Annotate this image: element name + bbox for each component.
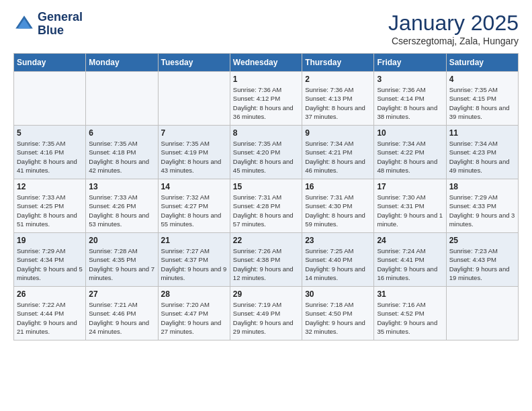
day-info: Sunrise: 7:36 AMSunset: 4:12 PMDaylight:… [233,85,299,121]
day-number: 30 [305,289,371,299]
title-block: January 2025 Cserszegtomaj, Zala, Hungar… [388,11,519,46]
day-number: 29 [233,289,299,299]
day-info: Sunrise: 7:20 AMSunset: 4:47 PMDaylight:… [161,300,227,336]
day-number: 3 [377,75,443,84]
day-number: 9 [305,128,371,138]
day-number: 4 [449,75,515,84]
day-number: 6 [89,128,154,138]
calendar-cell: 6Sunrise: 7:35 AMSunset: 4:18 PMDaylight… [86,126,158,179]
day-number: 8 [233,128,299,138]
day-info: Sunrise: 7:31 AMSunset: 4:30 PMDaylight:… [305,193,371,228]
day-info: Sunrise: 7:29 AMSunset: 4:33 PMDaylight:… [449,193,515,228]
logo-line2: Blue [38,24,83,38]
calendar-week-row: 26Sunrise: 7:22 AMSunset: 4:44 PMDayligh… [14,287,519,340]
calendar-cell: 19Sunrise: 7:29 AMSunset: 4:34 PMDayligh… [14,233,86,287]
day-number: 21 [161,236,227,245]
calendar-week-row: 5Sunrise: 7:35 AMSunset: 4:16 PMDaylight… [14,126,519,179]
day-number: 13 [89,182,154,191]
calendar-week-row: 19Sunrise: 7:29 AMSunset: 4:34 PMDayligh… [14,233,519,287]
page-header: General Blue January 2025 Cserszegtomaj,… [13,11,519,46]
day-info: Sunrise: 7:35 AMSunset: 4:20 PMDaylight:… [233,139,299,175]
day-info: Sunrise: 7:22 AMSunset: 4:44 PMDaylight:… [17,300,83,336]
day-number: 23 [305,236,371,245]
calendar-week-row: 12Sunrise: 7:33 AMSunset: 4:25 PMDayligh… [14,179,519,233]
header-wednesday: Wednesday [230,54,302,72]
day-info: Sunrise: 7:28 AMSunset: 4:35 PMDaylight:… [89,246,154,282]
day-info: Sunrise: 7:16 AMSunset: 4:52 PMDaylight:… [377,300,443,336]
day-info: Sunrise: 7:35 AMSunset: 4:16 PMDaylight:… [17,139,83,175]
calendar-cell: 4Sunrise: 7:35 AMSunset: 4:15 PMDaylight… [446,72,518,126]
day-number: 18 [449,182,515,191]
calendar-cell: 15Sunrise: 7:31 AMSunset: 4:28 PMDayligh… [230,179,302,233]
day-number: 22 [233,236,299,245]
day-info: Sunrise: 7:34 AMSunset: 4:23 PMDaylight:… [449,139,515,175]
day-info: Sunrise: 7:35 AMSunset: 4:18 PMDaylight:… [89,139,154,175]
day-info: Sunrise: 7:36 AMSunset: 4:13 PMDaylight:… [305,85,371,121]
calendar-cell: 14Sunrise: 7:32 AMSunset: 4:27 PMDayligh… [158,179,230,233]
day-info: Sunrise: 7:29 AMSunset: 4:34 PMDaylight:… [17,246,83,282]
day-number: 26 [17,289,83,299]
day-number: 24 [377,236,443,245]
day-number: 11 [449,128,515,138]
day-info: Sunrise: 7:23 AMSunset: 4:43 PMDaylight:… [449,246,515,282]
header-monday: Monday [86,54,158,72]
day-info: Sunrise: 7:24 AMSunset: 4:41 PMDaylight:… [377,246,443,282]
day-info: Sunrise: 7:27 AMSunset: 4:37 PMDaylight:… [161,246,227,282]
day-info: Sunrise: 7:30 AMSunset: 4:31 PMDaylight:… [377,193,443,228]
calendar-cell: 2Sunrise: 7:36 AMSunset: 4:13 PMDaylight… [302,72,374,126]
day-number: 1 [233,75,299,84]
calendar-cell: 25Sunrise: 7:23 AMSunset: 4:43 PMDayligh… [446,233,518,287]
day-number: 20 [89,236,154,245]
calendar-cell: 10Sunrise: 7:34 AMSunset: 4:22 PMDayligh… [374,126,446,179]
header-tuesday: Tuesday [158,54,230,72]
calendar-cell: 21Sunrise: 7:27 AMSunset: 4:37 PMDayligh… [158,233,230,287]
day-number: 17 [377,182,443,191]
day-number: 28 [161,289,227,299]
day-number: 31 [377,289,443,299]
logo-line1: General [38,11,83,24]
calendar-cell: 3Sunrise: 7:36 AMSunset: 4:14 PMDaylight… [374,72,446,126]
calendar-cell: 28Sunrise: 7:20 AMSunset: 4:47 PMDayligh… [158,287,230,340]
day-info: Sunrise: 7:34 AMSunset: 4:22 PMDaylight:… [377,139,443,175]
day-number: 16 [305,182,371,191]
calendar-cell: 30Sunrise: 7:18 AMSunset: 4:50 PMDayligh… [302,287,374,340]
day-info: Sunrise: 7:19 AMSunset: 4:49 PMDaylight:… [233,300,299,336]
day-info: Sunrise: 7:31 AMSunset: 4:28 PMDaylight:… [233,193,299,228]
calendar-cell: 24Sunrise: 7:24 AMSunset: 4:41 PMDayligh… [374,233,446,287]
header-saturday: Saturday [446,54,518,72]
weekday-header-row: Sunday Monday Tuesday Wednesday Thursday… [14,54,519,72]
calendar-cell: 31Sunrise: 7:16 AMSunset: 4:52 PMDayligh… [374,287,446,340]
day-number: 2 [305,75,371,84]
calendar-cell: 16Sunrise: 7:31 AMSunset: 4:30 PMDayligh… [302,179,374,233]
calendar-cell [158,72,230,126]
day-info: Sunrise: 7:35 AMSunset: 4:19 PMDaylight:… [161,139,227,175]
day-info: Sunrise: 7:25 AMSunset: 4:40 PMDaylight:… [305,246,371,282]
calendar-week-row: 1Sunrise: 7:36 AMSunset: 4:12 PMDaylight… [14,72,519,126]
calendar-cell: 26Sunrise: 7:22 AMSunset: 4:44 PMDayligh… [14,287,86,340]
day-number: 5 [17,128,83,138]
calendar-cell: 23Sunrise: 7:25 AMSunset: 4:40 PMDayligh… [302,233,374,287]
calendar-cell: 7Sunrise: 7:35 AMSunset: 4:19 PMDaylight… [158,126,230,179]
calendar-table: Sunday Monday Tuesday Wednesday Thursday… [13,53,519,340]
calendar-cell: 13Sunrise: 7:33 AMSunset: 4:26 PMDayligh… [86,179,158,233]
day-info: Sunrise: 7:35 AMSunset: 4:15 PMDaylight:… [449,85,515,121]
day-info: Sunrise: 7:34 AMSunset: 4:21 PMDaylight:… [305,139,371,175]
calendar-cell [14,72,86,126]
calendar-cell: 18Sunrise: 7:29 AMSunset: 4:33 PMDayligh… [446,179,518,233]
calendar-cell: 12Sunrise: 7:33 AMSunset: 4:25 PMDayligh… [14,179,86,233]
day-info: Sunrise: 7:26 AMSunset: 4:38 PMDaylight:… [233,246,299,282]
logo-text: General Blue [38,11,83,38]
day-number: 12 [17,182,83,191]
calendar-cell [86,72,158,126]
header-friday: Friday [374,54,446,72]
header-sunday: Sunday [14,54,86,72]
day-info: Sunrise: 7:33 AMSunset: 4:25 PMDaylight:… [17,193,83,228]
calendar-cell: 8Sunrise: 7:35 AMSunset: 4:20 PMDaylight… [230,126,302,179]
calendar-cell: 1Sunrise: 7:36 AMSunset: 4:12 PMDaylight… [230,72,302,126]
day-number: 14 [161,182,227,191]
calendar-cell: 11Sunrise: 7:34 AMSunset: 4:23 PMDayligh… [446,126,518,179]
logo-icon [13,13,35,35]
day-info: Sunrise: 7:33 AMSunset: 4:26 PMDaylight:… [89,193,154,228]
day-number: 15 [233,182,299,191]
logo: General Blue [13,11,83,38]
